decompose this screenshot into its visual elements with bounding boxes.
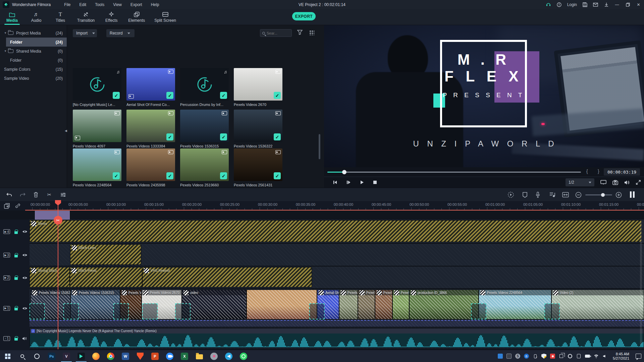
tree-arrow-icon[interactable]: ▼ [4, 50, 8, 53]
tab-split-screen[interactable]: Split Screen [154, 11, 176, 23]
media-item-pexels-videos-4097[interactable]: Pexels Videos 4097 [73, 110, 121, 148]
panel-resize-handle[interactable] [630, 191, 635, 198]
seek-handle[interactable] [342, 170, 346, 174]
eye-visibility-icon[interactable] [22, 253, 28, 257]
selected-region-block[interactable] [35, 211, 70, 220]
undo-icon[interactable] [6, 191, 12, 198]
lock-icon[interactable] [14, 338, 18, 341]
timeline-ruler[interactable]: 00:00:00:0000:00:05:0000:00:10:0000:00:1… [0, 201, 644, 210]
sidebar-item-project-media[interactable]: ▼Project Media(24) [0, 28, 67, 38]
restore-button[interactable] [625, 2, 631, 7]
tray-usb-icon[interactable] [532, 353, 538, 359]
taskbar-excel-icon[interactable]: X [177, 350, 192, 362]
sidebar-item-sample-video[interactable]: Sample Video(20) [0, 74, 67, 83]
timeline-scrollbar[interactable] [640, 221, 642, 345]
media-item-pexels-videos-2519660[interactable]: ✓Pexels Videos 2519660 [180, 148, 229, 187]
track-lane[interactable]: ♪[No Copyright Music] Legends Never Die … [30, 327, 644, 349]
clip--no-copyright-music-legends-never-die-ft-against-the-current-yancle-remix-[interactable]: ♪[No Copyright Music] Legends Never Die … [30, 328, 644, 348]
zoom-slider-handle[interactable] [601, 193, 605, 197]
taskbar-filmora-icon[interactable] [74, 350, 89, 362]
split-scissors-icon[interactable]: ✂ [46, 191, 53, 198]
media-item-aerial-shot-of-forest-co-[interactable]: ✓Aerial Shot Of Forest Co... [126, 68, 175, 107]
tray-battery-icon[interactable] [585, 353, 590, 359]
menu-help[interactable]: Help [148, 1, 162, 8]
taskbar-clock[interactable]: 8:45 AM 5/27/2021 [613, 352, 629, 361]
clip-video-2-[interactable]: Video (2) [551, 290, 644, 319]
clip-pexels[interactable]: Pexels [339, 290, 358, 319]
track-lane[interactable]: Strong GlitchGlitch PixelsVHS Rewind [30, 266, 644, 289]
marker-icon[interactable] [522, 191, 528, 198]
tray-screen-recorder-icon[interactable] [550, 353, 555, 359]
tab-effects[interactable]: Effects [104, 11, 119, 23]
clip-pexels-videos-2248564[interactable]: Pexels Videos 2248564 [479, 290, 551, 319]
tab-elements[interactable]: Elements [128, 11, 145, 23]
close-button[interactable]: ✕ [636, 2, 641, 7]
adjust-sliders-icon[interactable] [60, 191, 66, 198]
media-item-pexels-videos-1536315[interactable]: ✓Pexels Videos 1536315 [180, 110, 229, 148]
redo-icon[interactable] [19, 191, 26, 198]
track-lane[interactable]: Pexels Videos 1536322Pexels Videos 15363… [30, 289, 644, 327]
tray-skype-icon[interactable]: S [515, 353, 521, 359]
info-icon[interactable] [556, 2, 562, 7]
menu-file[interactable]: File [61, 1, 73, 8]
zoom-to-fit-icon[interactable] [562, 191, 569, 198]
clip-pexel[interactable]: Pexel [358, 290, 375, 319]
video-preview[interactable]: M . R F L E X P R E S S E N T U N Z I P … [324, 25, 644, 167]
detach-display-icon[interactable] [600, 180, 606, 185]
support-headset-icon[interactable] [546, 2, 551, 7]
clip-sierra[interactable]: Sierra [30, 220, 642, 242]
search-field[interactable] [267, 31, 287, 35]
taskbar-chrome-icon[interactable] [103, 350, 118, 362]
taskbar-powerpoint-icon[interactable]: P [148, 350, 162, 362]
action-center-icon[interactable] [636, 354, 641, 359]
taskbar-folder-icon[interactable] [192, 350, 207, 362]
fullscreen-icon[interactable] [636, 180, 641, 185]
next-frame-button[interactable] [346, 180, 351, 185]
zoom-out-icon[interactable] [575, 191, 582, 198]
taskbar-search-icon[interactable] [15, 350, 30, 362]
clip-glitch-lines[interactable]: Glitch Lines [70, 244, 141, 265]
taskbar-firefox-icon[interactable] [89, 350, 103, 362]
media-item-percussion-drums-by-inf-[interactable]: ♫✓Percussion Drums by Inf... [180, 68, 229, 107]
voiceover-mic-icon[interactable] [534, 191, 541, 198]
mark-out-icon[interactable]: } [598, 169, 599, 174]
media-item-pexels-videos-1536322[interactable]: ✓Pexels Videos 1536322 [234, 110, 282, 148]
timeline-zoom-slider[interactable] [585, 194, 612, 195]
track-lane[interactable]: Sierra [30, 220, 644, 244]
tab-media[interactable]: Media [5, 11, 19, 23]
taskbar-start-icon[interactable] [0, 350, 15, 362]
clip-glitch-pixels[interactable]: Glitch Pixels [70, 267, 142, 287]
minimize-button[interactable]: — [614, 2, 620, 7]
media-item--no-copyright-music-le-[interactable]: ♫✓[No Copyright Music] Le... [73, 68, 121, 107]
import-dropdown[interactable]: Import [73, 29, 97, 37]
tray-app-blue-icon[interactable] [497, 353, 503, 359]
sidebar-item-folder[interactable]: Folder(24) [6, 38, 67, 47]
tray-vault-icon[interactable] [506, 353, 512, 359]
clip-video[interactable]: video [182, 290, 247, 319]
clip-untitled[interactable] [247, 290, 317, 319]
export-button[interactable]: EXPORT [292, 12, 316, 20]
download-icon[interactable] [603, 2, 609, 7]
volume-icon[interactable] [624, 180, 630, 185]
login-button[interactable]: Login [567, 2, 577, 7]
grid-view-icon[interactable] [309, 30, 314, 35]
media-item-pexels-videos-2248564[interactable]: ✓Pexels Videos 2248564 [73, 148, 121, 187]
tray-network-icon[interactable] [567, 353, 573, 359]
playhead-scissors-icon[interactable]: ✂ [54, 216, 62, 225]
tab-transition[interactable]: Transition [77, 11, 95, 23]
tree-arrow-icon[interactable]: ▼ [4, 32, 8, 35]
clip-pexel[interactable]: Pexel [375, 290, 392, 319]
taskbar-word-icon[interactable]: W [118, 350, 133, 362]
eye-visibility-icon[interactable] [22, 307, 28, 310]
filter-icon[interactable] [297, 30, 303, 35]
media-item-pexels-videos-2435998[interactable]: ✓Pexels Videos 2435998 [126, 148, 175, 187]
record-dropdown[interactable]: Record [106, 29, 135, 37]
render-preview-icon[interactable] [507, 191, 514, 198]
taskbar-whatsapp-icon[interactable] [236, 350, 251, 362]
taskbar-brave-icon[interactable] [133, 350, 148, 362]
media-item-pexels-videos-2670[interactable]: ✓Pexels Videos 2670 [234, 68, 282, 107]
media-item-pexels-videos-1333384[interactable]: ✓Pexels Videos 1333384 [126, 110, 175, 148]
menu-edit[interactable]: Edit [77, 1, 89, 8]
taskbar-telegram-icon[interactable] [221, 350, 236, 362]
clip-pexel[interactable]: Pexel [392, 290, 409, 319]
